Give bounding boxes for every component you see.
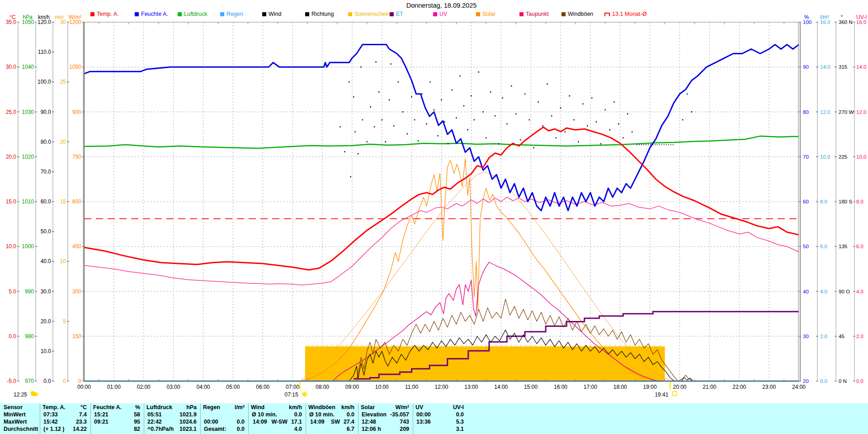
sun-icon (302, 392, 306, 396)
table-value: 27.4 (306, 419, 354, 425)
svg-text:10.0: 10.0 (6, 243, 17, 250)
svg-text:8.0: 8.0 (856, 199, 863, 204)
svg-text:50.0: 50.0 (41, 228, 52, 235)
svg-text:135: 135 (839, 244, 847, 249)
table-col-unit: km/h (306, 404, 354, 411)
stats-table: SensorMinWertMaxWertDurchschnittTemp. A.… (0, 403, 868, 434)
svg-text:18:00: 18:00 (613, 384, 627, 390)
svg-text:0.0: 0.0 (856, 378, 863, 384)
svg-text:8.0: 8.0 (820, 199, 827, 204)
svg-text:20:00: 20:00 (673, 384, 686, 390)
svg-text:1200: 1200 (69, 19, 81, 25)
svg-text:90: 90 (803, 64, 809, 70)
table-value: 95 (90, 419, 140, 425)
svg-text:17:00: 17:00 (584, 384, 597, 390)
svg-text:1050: 1050 (69, 64, 81, 70)
svg-text:970: 970 (25, 378, 34, 384)
axis-left-c: °C35.030.025.020.015.010.05.00.0-5.0 (6, 14, 19, 384)
svg-text:0.0: 0.0 (43, 378, 51, 384)
svg-text:05:00: 05:00 (226, 384, 240, 390)
x-axis-labels: 00:0001:0002:0003:0004:0005:0006:0007:00… (77, 384, 806, 390)
svg-text:10:00: 10:00 (375, 384, 389, 390)
table-value: 1023.1 (144, 426, 197, 433)
svg-text:30.0: 30.0 (6, 64, 17, 70)
svg-text:30.0: 30.0 (41, 288, 52, 295)
svg-text:15: 15 (60, 198, 66, 205)
svg-text:5: 5 (63, 318, 66, 325)
table-row-label: Sensor (4, 404, 23, 411)
svg-text:980: 980 (25, 333, 34, 340)
svg-text:02:00: 02:00 (137, 384, 151, 390)
svg-text:00:00: 00:00 (77, 384, 91, 390)
svg-text:25: 25 (60, 79, 66, 85)
chart-plot[interactable]: °C35.030.025.020.015.010.05.00.0-5.0hPa1… (0, 0, 868, 434)
svg-text:150: 150 (72, 333, 81, 340)
svg-text:15:00: 15:00 (524, 384, 538, 390)
svg-text:1030: 1030 (22, 109, 34, 115)
svg-text:6.0: 6.0 (820, 244, 827, 249)
table-value: 1021.9 (144, 411, 197, 418)
table-row-label: MinWert (4, 411, 26, 418)
table-value: 209 (358, 426, 409, 433)
svg-text:30: 30 (60, 19, 66, 25)
svg-text:08:00: 08:00 (316, 384, 329, 390)
table-col-unit: hPa (144, 404, 197, 411)
svg-text:90 O: 90 O (839, 289, 850, 294)
svg-text:21:00: 21:00 (703, 384, 716, 390)
svg-text:180 S: 180 S (839, 199, 852, 204)
table-value: 0.0 (413, 411, 464, 418)
svg-text:0.0: 0.0 (820, 378, 827, 384)
svg-text:0.0: 0.0 (9, 333, 16, 340)
svg-text:12.0: 12.0 (820, 109, 830, 115)
svg-text:2.0: 2.0 (820, 334, 827, 339)
table-col-unit: l/m² (200, 404, 245, 411)
svg-text:13:00: 13:00 (464, 384, 478, 390)
svg-text:10.0: 10.0 (820, 154, 830, 160)
table-value: 4.0 (248, 426, 302, 433)
svg-text:4.0: 4.0 (856, 289, 863, 294)
svg-text:20: 20 (803, 378, 809, 384)
svg-text:25.0: 25.0 (6, 109, 17, 115)
axis-left-kmh: km/h120.0110.0100.090.080.070.060.050.04… (38, 14, 54, 384)
svg-text:315: 315 (839, 64, 847, 70)
svg-text:16:00: 16:00 (554, 384, 567, 390)
svg-text:1010: 1010 (22, 198, 34, 205)
svg-text:40: 40 (803, 289, 809, 294)
svg-text:06:00: 06:00 (256, 384, 269, 390)
table-value: 0.0 (200, 426, 245, 433)
axis-left-wm2: W/m²120010509007506004503001500 (69, 14, 85, 384)
table-col-unit: km/h (248, 404, 302, 411)
svg-text:80: 80 (803, 109, 809, 115)
svg-text:12:00: 12:00 (434, 384, 448, 390)
table-value: 17.1 (248, 419, 302, 425)
svg-text:16.0: 16.0 (856, 19, 866, 25)
svg-text:0: 0 (78, 378, 81, 384)
svg-text:300: 300 (72, 288, 81, 295)
svg-text:07:15: 07:15 (285, 392, 298, 398)
table-col-unit: % (90, 404, 140, 411)
sun-outline-icon (672, 392, 676, 396)
svg-text:4.0: 4.0 (820, 289, 827, 294)
svg-text:750: 750 (72, 154, 81, 160)
svg-text:22:00: 22:00 (732, 384, 746, 390)
svg-text:19:41: 19:41 (655, 392, 668, 398)
svg-text:100.0: 100.0 (38, 79, 51, 85)
table-value: 3.1 (413, 426, 464, 433)
table-value: 6.7 (306, 426, 354, 433)
svg-text:1000: 1000 (22, 243, 34, 250)
table-value: 743 (358, 419, 409, 425)
svg-text:19:00: 19:00 (643, 384, 657, 390)
svg-text:45: 45 (839, 334, 844, 339)
table-col-unit: UV-I (413, 404, 464, 411)
svg-text:1050: 1050 (22, 19, 34, 25)
svg-text:16.0: 16.0 (820, 19, 830, 25)
svg-text:0: 0 (63, 378, 66, 384)
series-richtung (340, 61, 692, 178)
noon-marker: 12:25 (14, 391, 38, 398)
table-value: 23.3 (40, 419, 87, 425)
axis-right-lm2: l/m²16.014.012.010.08.06.04.02.00.0 (816, 14, 830, 384)
svg-text:100: 100 (803, 19, 811, 25)
table-value: 82 (90, 426, 140, 433)
table-row-label: Durchschnitt (4, 426, 38, 433)
svg-text:90.0: 90.0 (41, 109, 52, 115)
